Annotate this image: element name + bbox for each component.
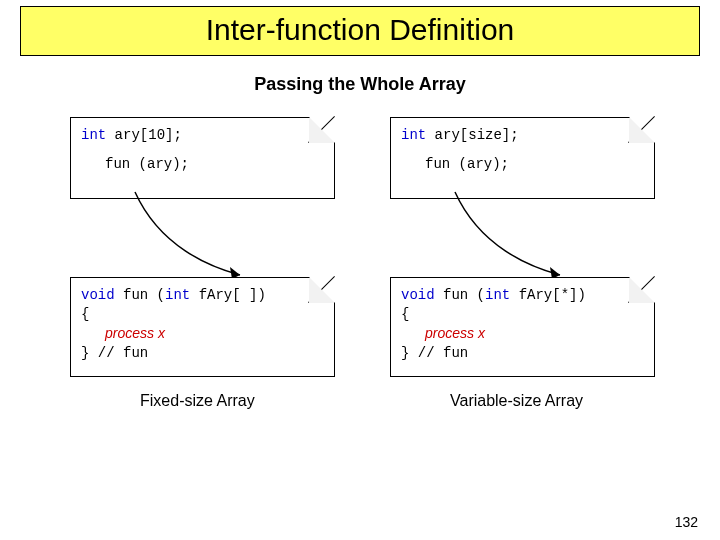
page-fold-icon (309, 277, 335, 303)
sig-mid: fun ( (435, 287, 485, 303)
left-caption: Fixed-size Array (140, 392, 255, 410)
code-line: } // fun (401, 344, 644, 363)
decl-rest: ary[10]; (106, 127, 182, 143)
keyword-int: int (81, 127, 106, 143)
code-line: { (81, 305, 324, 324)
process-placeholder: process x (425, 325, 485, 341)
sig-rest: fAry[ ]) (190, 287, 266, 303)
spacer (401, 145, 644, 155)
sig-rest: fAry[*]) (510, 287, 586, 303)
code-line: fun (ary); (401, 155, 644, 174)
sig-mid: fun ( (115, 287, 165, 303)
code-line: int ary[size]; (401, 126, 644, 145)
slide-title: Inter-function Definition (21, 13, 699, 47)
page-fold-icon (629, 117, 655, 143)
spacer (81, 145, 324, 155)
keyword-int: int (165, 287, 190, 303)
code-line: process x (81, 324, 324, 344)
comment: // fun (89, 345, 148, 361)
code-line: int ary[10]; (81, 126, 324, 145)
process-placeholder: process x (105, 325, 165, 341)
code-line: process x (401, 324, 644, 344)
diagram-stage: int ary[10]; fun (ary); void fun (int fA… (0, 117, 720, 487)
arrow-icon (130, 187, 260, 287)
code-line: { (401, 305, 644, 324)
page-fold-icon (309, 117, 335, 143)
page-fold-icon (629, 277, 655, 303)
right-callee-box: void fun (int fAry[*]) { process x } // … (390, 277, 655, 377)
slide-title-bar: Inter-function Definition (20, 6, 700, 56)
keyword-int: int (401, 127, 426, 143)
comment: // fun (409, 345, 468, 361)
right-caption: Variable-size Array (450, 392, 583, 410)
code-line: fun (ary); (81, 155, 324, 174)
code-line: void fun (int fAry[ ]) (81, 286, 324, 305)
page-number: 132 (675, 514, 698, 530)
keyword-void: void (401, 287, 435, 303)
code-line: } // fun (81, 344, 324, 363)
keyword-void: void (81, 287, 115, 303)
function-call: fun (ary); (425, 156, 509, 172)
function-call: fun (ary); (105, 156, 189, 172)
arrow-icon (450, 187, 580, 287)
left-callee-box: void fun (int fAry[ ]) { process x } // … (70, 277, 335, 377)
code-line: void fun (int fAry[*]) (401, 286, 644, 305)
keyword-int: int (485, 287, 510, 303)
slide-subtitle: Passing the Whole Array (0, 74, 720, 95)
decl-rest: ary[size]; (426, 127, 518, 143)
